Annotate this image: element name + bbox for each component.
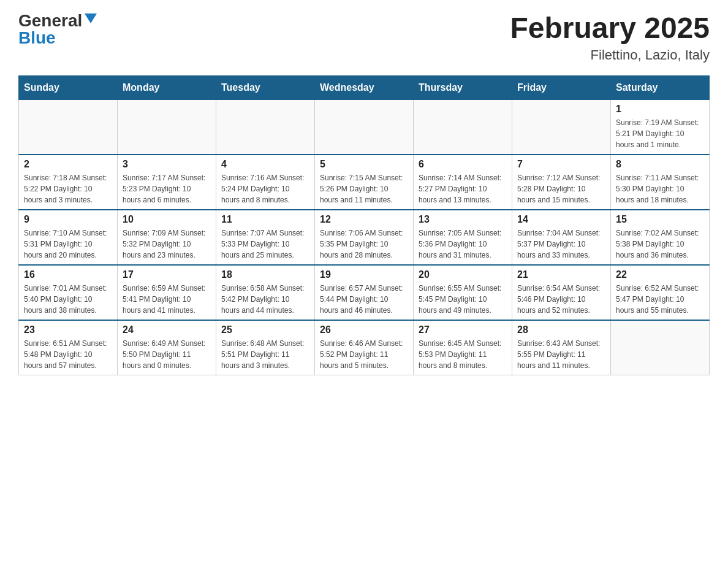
calendar-subtitle: Filettino, Lazio, Italy — [510, 47, 710, 63]
day-info: Sunrise: 7:15 AM Sunset: 5:26 PM Dayligh… — [320, 172, 408, 205]
calendar-cell: 25Sunrise: 6:48 AM Sunset: 5:51 PM Dayli… — [216, 320, 315, 375]
calendar-cell: 2Sunrise: 7:18 AM Sunset: 5:22 PM Daylig… — [19, 155, 118, 210]
calendar-cell: 24Sunrise: 6:49 AM Sunset: 5:50 PM Dayli… — [118, 320, 216, 375]
calendar-cell: 17Sunrise: 6:59 AM Sunset: 5:41 PM Dayli… — [118, 265, 216, 320]
calendar-cell: 4Sunrise: 7:16 AM Sunset: 5:24 PM Daylig… — [216, 155, 315, 210]
calendar-cell: 12Sunrise: 7:06 AM Sunset: 5:35 PM Dayli… — [315, 210, 414, 265]
weekday-header-saturday: Saturday — [611, 75, 710, 99]
day-number: 19 — [320, 269, 408, 280]
day-info: Sunrise: 7:16 AM Sunset: 5:24 PM Dayligh… — [221, 172, 309, 205]
day-number: 10 — [123, 214, 211, 225]
calendar-cell: 6Sunrise: 7:14 AM Sunset: 5:27 PM Daylig… — [414, 155, 512, 210]
calendar-cell — [216, 99, 315, 155]
calendar-cell: 22Sunrise: 6:52 AM Sunset: 5:47 PM Dayli… — [611, 265, 710, 320]
weekday-header-row: SundayMondayTuesdayWednesdayThursdayFrid… — [19, 75, 710, 99]
calendar-week-row: 2Sunrise: 7:18 AM Sunset: 5:22 PM Daylig… — [19, 155, 710, 210]
day-number: 7 — [517, 159, 605, 170]
calendar-cell: 23Sunrise: 6:51 AM Sunset: 5:48 PM Dayli… — [19, 320, 118, 375]
day-number: 24 — [123, 324, 211, 335]
day-info: Sunrise: 7:19 AM Sunset: 5:21 PM Dayligh… — [616, 117, 704, 150]
weekday-header-thursday: Thursday — [414, 75, 512, 99]
day-number: 1 — [616, 104, 704, 115]
calendar-cell: 11Sunrise: 7:07 AM Sunset: 5:33 PM Dayli… — [216, 210, 315, 265]
day-info: Sunrise: 7:05 AM Sunset: 5:36 PM Dayligh… — [419, 228, 507, 261]
calendar-cell: 16Sunrise: 7:01 AM Sunset: 5:40 PM Dayli… — [19, 265, 118, 320]
day-info: Sunrise: 6:55 AM Sunset: 5:45 PM Dayligh… — [419, 283, 507, 316]
day-info: Sunrise: 7:12 AM Sunset: 5:28 PM Dayligh… — [517, 172, 605, 205]
day-number: 21 — [517, 269, 605, 280]
weekday-header-friday: Friday — [512, 75, 611, 99]
day-info: Sunrise: 6:45 AM Sunset: 5:53 PM Dayligh… — [419, 338, 507, 371]
calendar-week-row: 9Sunrise: 7:10 AM Sunset: 5:31 PM Daylig… — [19, 210, 710, 265]
weekday-header-tuesday: Tuesday — [216, 75, 315, 99]
calendar-week-row: 16Sunrise: 7:01 AM Sunset: 5:40 PM Dayli… — [19, 265, 710, 320]
day-number: 3 — [123, 159, 211, 170]
weekday-header-monday: Monday — [118, 75, 216, 99]
calendar-table: SundayMondayTuesdayWednesdayThursdayFrid… — [18, 75, 710, 375]
day-info: Sunrise: 6:57 AM Sunset: 5:44 PM Dayligh… — [320, 283, 408, 316]
day-number: 25 — [221, 324, 309, 335]
logo-triangle-icon — [85, 13, 97, 23]
calendar-cell: 19Sunrise: 6:57 AM Sunset: 5:44 PM Dayli… — [315, 265, 414, 320]
page-header: General Blue February 2025 Filettino, La… — [18, 12, 710, 63]
weekday-header-sunday: Sunday — [19, 75, 118, 99]
calendar-cell: 18Sunrise: 6:58 AM Sunset: 5:42 PM Dayli… — [216, 265, 315, 320]
day-number: 15 — [616, 214, 704, 225]
calendar-title: February 2025 — [510, 12, 710, 45]
day-info: Sunrise: 6:51 AM Sunset: 5:48 PM Dayligh… — [24, 338, 112, 371]
day-number: 18 — [221, 269, 309, 280]
day-number: 6 — [419, 159, 507, 170]
day-info: Sunrise: 6:58 AM Sunset: 5:42 PM Dayligh… — [221, 283, 309, 316]
day-number: 13 — [419, 214, 507, 225]
day-number: 23 — [24, 324, 112, 335]
logo-general: General — [18, 12, 82, 29]
calendar-week-row: 23Sunrise: 6:51 AM Sunset: 5:48 PM Dayli… — [19, 320, 710, 375]
logo-blue: Blue — [18, 29, 56, 47]
calendar-cell: 21Sunrise: 6:54 AM Sunset: 5:46 PM Dayli… — [512, 265, 611, 320]
day-info: Sunrise: 7:06 AM Sunset: 5:35 PM Dayligh… — [320, 228, 408, 261]
calendar-cell — [118, 99, 216, 155]
day-number: 22 — [616, 269, 704, 280]
day-info: Sunrise: 7:02 AM Sunset: 5:38 PM Dayligh… — [616, 228, 704, 261]
day-info: Sunrise: 6:59 AM Sunset: 5:41 PM Dayligh… — [123, 283, 211, 316]
day-number: 20 — [419, 269, 507, 280]
day-info: Sunrise: 7:10 AM Sunset: 5:31 PM Dayligh… — [24, 228, 112, 261]
calendar-cell: 26Sunrise: 6:46 AM Sunset: 5:52 PM Dayli… — [315, 320, 414, 375]
day-number: 4 — [221, 159, 309, 170]
day-info: Sunrise: 7:11 AM Sunset: 5:30 PM Dayligh… — [616, 172, 704, 205]
day-number: 28 — [517, 324, 605, 335]
calendar-cell: 13Sunrise: 7:05 AM Sunset: 5:36 PM Dayli… — [414, 210, 512, 265]
calendar-cell: 8Sunrise: 7:11 AM Sunset: 5:30 PM Daylig… — [611, 155, 710, 210]
day-info: Sunrise: 7:14 AM Sunset: 5:27 PM Dayligh… — [419, 172, 507, 205]
calendar-cell: 14Sunrise: 7:04 AM Sunset: 5:37 PM Dayli… — [512, 210, 611, 265]
calendar-cell: 5Sunrise: 7:15 AM Sunset: 5:26 PM Daylig… — [315, 155, 414, 210]
calendar-cell — [512, 99, 611, 155]
calendar-cell: 15Sunrise: 7:02 AM Sunset: 5:38 PM Dayli… — [611, 210, 710, 265]
calendar-cell: 28Sunrise: 6:43 AM Sunset: 5:55 PM Dayli… — [512, 320, 611, 375]
calendar-cell — [315, 99, 414, 155]
calendar-cell: 27Sunrise: 6:45 AM Sunset: 5:53 PM Dayli… — [414, 320, 512, 375]
calendar-cell: 10Sunrise: 7:09 AM Sunset: 5:32 PM Dayli… — [118, 210, 216, 265]
calendar-cell: 9Sunrise: 7:10 AM Sunset: 5:31 PM Daylig… — [19, 210, 118, 265]
day-info: Sunrise: 6:52 AM Sunset: 5:47 PM Dayligh… — [616, 283, 704, 316]
calendar-cell — [611, 320, 710, 375]
logo: General Blue — [18, 12, 97, 47]
calendar-week-row: 1Sunrise: 7:19 AM Sunset: 5:21 PM Daylig… — [19, 99, 710, 155]
calendar-cell: 7Sunrise: 7:12 AM Sunset: 5:28 PM Daylig… — [512, 155, 611, 210]
calendar-cell: 3Sunrise: 7:17 AM Sunset: 5:23 PM Daylig… — [118, 155, 216, 210]
day-info: Sunrise: 6:43 AM Sunset: 5:55 PM Dayligh… — [517, 338, 605, 371]
calendar-cell: 1Sunrise: 7:19 AM Sunset: 5:21 PM Daylig… — [611, 99, 710, 155]
day-number: 2 — [24, 159, 112, 170]
day-number: 27 — [419, 324, 507, 335]
calendar-cell — [19, 99, 118, 155]
day-info: Sunrise: 7:01 AM Sunset: 5:40 PM Dayligh… — [24, 283, 112, 316]
calendar-cell — [414, 99, 512, 155]
day-info: Sunrise: 6:54 AM Sunset: 5:46 PM Dayligh… — [517, 283, 605, 316]
day-info: Sunrise: 6:46 AM Sunset: 5:52 PM Dayligh… — [320, 338, 408, 371]
day-info: Sunrise: 6:48 AM Sunset: 5:51 PM Dayligh… — [221, 338, 309, 371]
day-info: Sunrise: 7:09 AM Sunset: 5:32 PM Dayligh… — [123, 228, 211, 261]
title-block: February 2025 Filettino, Lazio, Italy — [510, 12, 710, 63]
day-number: 26 — [320, 324, 408, 335]
day-number: 17 — [123, 269, 211, 280]
day-number: 9 — [24, 214, 112, 225]
